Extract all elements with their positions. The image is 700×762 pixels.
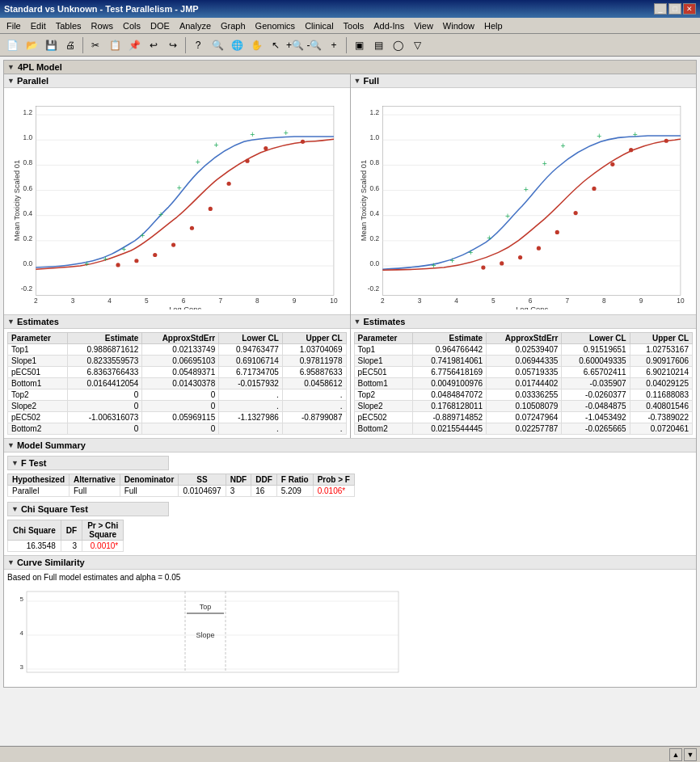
param-name: pEC502 <box>8 412 68 423</box>
svg-text:+: + <box>85 259 90 268</box>
tb-win2[interactable]: ▤ <box>369 36 387 54</box>
svg-point-42 <box>209 207 213 211</box>
model-summary-triangle[interactable]: ▼ <box>7 441 15 449</box>
maximize-button[interactable]: □ <box>668 3 681 15</box>
ftest-row: Parallel Full Full 0.0104697 3 16 5.209 … <box>8 486 355 497</box>
tb-zoom-in[interactable]: 🔍 <box>209 36 226 54</box>
svg-point-90 <box>592 187 596 191</box>
param-value: 0.0215544445 <box>412 423 486 435</box>
param-value: . <box>282 401 346 412</box>
menu-tools[interactable]: Tools <box>339 19 369 32</box>
scroll-up-btn[interactable]: ▲ <box>669 748 682 761</box>
est-parallel-triangle[interactable]: ▼ <box>7 318 15 326</box>
tb-undo[interactable]: ↩ <box>145 36 162 54</box>
menu-edit[interactable]: Edit <box>26 19 51 32</box>
svg-point-46 <box>301 140 305 144</box>
tb-zoom-out[interactable]: -🔍 <box>306 36 323 54</box>
fourpl-triangle[interactable]: ▼ <box>7 63 15 71</box>
param-value: 0.8233559573 <box>67 356 142 367</box>
tb-select[interactable]: ↖ <box>267 36 285 54</box>
svg-rect-9 <box>36 107 334 296</box>
param-value: -0.0157932 <box>219 378 283 389</box>
close-button[interactable]: ✕ <box>683 3 696 15</box>
svg-text:+: + <box>196 158 200 166</box>
menu-help[interactable]: Help <box>479 19 508 32</box>
tb-hand[interactable]: ✋ <box>247 36 265 54</box>
tb-open[interactable]: 📂 <box>23 36 40 54</box>
tb-zoom-in2[interactable]: +🔍 <box>286 36 304 54</box>
tb-plus[interactable]: + <box>325 36 343 54</box>
menu-cols[interactable]: Cols <box>118 19 145 32</box>
svg-text:0.4: 0.4 <box>23 209 33 217</box>
svg-text:6: 6 <box>528 297 532 305</box>
ftest-fratio: F Ratio <box>276 474 313 486</box>
tb-globe[interactable]: 🌐 <box>228 36 246 54</box>
param-value: 0.05969115 <box>142 412 219 423</box>
tb-shape2[interactable]: ▽ <box>408 36 426 54</box>
tb-new[interactable]: 📄 <box>3 36 21 54</box>
param-value: 6.8363766433 <box>67 367 142 378</box>
svg-text:5: 5 <box>20 596 24 603</box>
ftest-denom-val: Full <box>120 486 179 497</box>
tb-cut[interactable]: ✂ <box>86 36 104 54</box>
param-value: 0.01430378 <box>142 378 219 389</box>
table-row: Bottom200.. <box>8 423 347 435</box>
param-value: 0.9886871612 <box>67 344 142 356</box>
param-value: 6.95887633 <box>282 367 346 378</box>
est-col-estimate: Estimate <box>67 333 142 344</box>
svg-text:5: 5 <box>491 297 495 305</box>
tb-print[interactable]: 🖨 <box>61 36 79 54</box>
tb-help[interactable]: ? <box>189 36 207 54</box>
ftest-denom: Denominator <box>120 474 179 486</box>
tb-paste[interactable]: 📌 <box>125 36 143 54</box>
minimize-button[interactable]: _ <box>654 3 667 15</box>
param-value: 1.03704069 <box>282 344 346 356</box>
window-controls: _ □ ✕ <box>654 3 696 15</box>
svg-text:Log Conc: Log Conc <box>516 305 548 309</box>
ftest-prob: Prob > F <box>313 474 354 486</box>
estimates-row: ▼ Estimates Parameter Estimate ApproxStd… <box>4 314 696 438</box>
parallel-triangle[interactable]: ▼ <box>7 77 15 85</box>
fourpl-header: ▼ 4PL Model <box>4 61 696 74</box>
param-value: 0.600049335 <box>562 356 630 367</box>
menu-rows[interactable]: Rows <box>86 19 119 32</box>
svg-text:2: 2 <box>380 297 384 305</box>
svg-text:0.6: 0.6 <box>369 184 379 192</box>
ftest-hyp: Hypothesized <box>8 474 70 486</box>
menu-addins[interactable]: Add-Ins <box>369 19 409 32</box>
svg-text:10: 10 <box>677 297 685 305</box>
est-full-triangle[interactable]: ▼ <box>354 318 361 326</box>
tb-shape1[interactable]: ◯ <box>389 36 407 54</box>
param-value: 0.01744402 <box>487 378 562 389</box>
curve-sim-triangle[interactable]: ▼ <box>7 558 15 566</box>
main-content: ▼ 4PL Model ▼ Parallel Mean Toxicity Sca… <box>0 57 700 746</box>
menu-view[interactable]: View <box>409 19 438 32</box>
tb-save[interactable]: 💾 <box>42 36 60 54</box>
svg-text:0.4: 0.4 <box>369 209 379 217</box>
param-value: -0.0260377 <box>562 389 630 401</box>
tb-win1[interactable]: ▣ <box>350 36 368 54</box>
chisq-triangle[interactable]: ▼ <box>11 505 19 513</box>
menu-window[interactable]: Window <box>438 19 479 32</box>
scroll-down-btn[interactable]: ▼ <box>684 748 697 761</box>
menu-genomics[interactable]: Genomics <box>251 19 301 32</box>
menu-graph[interactable]: Graph <box>216 19 251 32</box>
menu-analyze[interactable]: Analyze <box>175 19 216 32</box>
chisq-col3: Pr > ChiSquare <box>82 520 124 541</box>
chisq-table: Chi Square DF Pr > ChiSquare 16.3548 3 0… <box>7 520 124 552</box>
param-value: -1.0453492 <box>562 412 630 423</box>
full-triangle[interactable]: ▼ <box>354 77 361 85</box>
svg-text:2: 2 <box>34 297 38 305</box>
svg-text:0.2: 0.2 <box>23 234 33 242</box>
param-value: 0.97811978 <box>282 356 346 367</box>
param-value: -0.035907 <box>562 378 630 389</box>
menu-tables[interactable]: Tables <box>51 19 86 32</box>
ftest-triangle[interactable]: ▼ <box>11 459 19 467</box>
tb-copy[interactable]: 📋 <box>106 36 124 54</box>
menu-file[interactable]: File <box>2 19 26 32</box>
menu-doe[interactable]: DOE <box>145 19 175 32</box>
svg-text:9: 9 <box>293 297 297 305</box>
tb-redo[interactable]: ↪ <box>164 36 182 54</box>
menu-clinical[interactable]: Clinical <box>300 19 338 32</box>
table-row: Top10.98868716120.021337490.947634771.03… <box>8 344 347 356</box>
